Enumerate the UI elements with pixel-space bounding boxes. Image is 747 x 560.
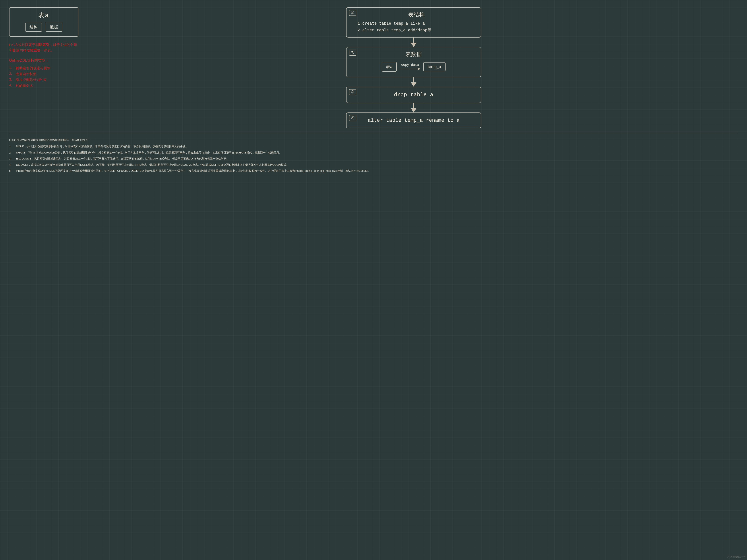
bottom-text-4: DEFAULT，该模式首先会判断当前操作是否可以使用NONE模式，若不能，则判断… bbox=[16, 162, 289, 167]
flow-box-3: ③ drop table a bbox=[346, 87, 481, 103]
bottom-num-2: 2. bbox=[9, 150, 14, 155]
flow-box-2-title: 表数据 bbox=[352, 51, 475, 58]
flow-box-3-num: ③ bbox=[349, 89, 356, 95]
bottom-num-3: 3. bbox=[9, 156, 14, 161]
list-text-4: 列的重命名 bbox=[16, 83, 33, 88]
flow-box-3-content: drop table a bbox=[352, 90, 475, 99]
fic-paragraph: FIC方式只限定于辅助索引，对于主键的创建和删除同样需要重建一张表。 bbox=[9, 42, 78, 53]
inner-box-right: temp_a bbox=[423, 62, 445, 71]
watermark: CSDN 博客红三千手 bbox=[727, 555, 745, 558]
arrow-down-3 bbox=[411, 108, 416, 112]
bottom-num-5: 5. bbox=[9, 168, 14, 173]
inner-box-left: 表a bbox=[382, 62, 397, 72]
list-item: 3. 添加或删除外键约束 bbox=[9, 78, 78, 82]
arrow-1-2 bbox=[411, 37, 416, 47]
horiz-head bbox=[418, 68, 420, 70]
flow-box-4-num: ④ bbox=[349, 115, 356, 121]
arrow-stem-2 bbox=[413, 77, 414, 82]
flow-box-1-num: ① bbox=[349, 10, 356, 16]
online-ddl-title: OnlineDDL支持的类型： bbox=[9, 58, 78, 63]
horiz-line bbox=[400, 69, 418, 69]
arrow-stem bbox=[413, 37, 414, 43]
list-item: 1. 辅助索引的创建与删除 bbox=[9, 66, 78, 71]
bottom-list-item-3: 3. EXCLUSIVE，执行索引创建或删除时，对目标表加上一个X锁。读写事务均… bbox=[9, 156, 738, 161]
right-panel: ① 表结构 1.create table temp_a like a 2.alt… bbox=[89, 7, 738, 128]
bottom-title: LOCK部分为索引创建或删除时对表添加锁的情况，可选择的如下： bbox=[9, 138, 738, 142]
arrow-down bbox=[411, 43, 416, 47]
bottom-text-3: EXCLUSIVE，执行索引创建或删除时，对目标表加上一个X锁。读写事务均不能进… bbox=[16, 156, 229, 161]
list-item: 2. 改变自增长值 bbox=[9, 72, 78, 76]
arrow-3-4 bbox=[411, 103, 416, 112]
bottom-section: LOCK部分为索引创建或删除时对表添加锁的情况，可选择的如下： 1. NONE，… bbox=[9, 134, 738, 173]
bottom-list-item-1: 1. NONE，执行索引创建或者删除操作时，对目标表不添加任何锁。即事务仍然可以… bbox=[9, 144, 738, 149]
copy-data-arrow: copy data bbox=[400, 63, 420, 70]
bottom-list-item-5: 5. innodb存储引擎实现Online DDL的原理是在执行创建或者删除操作… bbox=[9, 168, 738, 173]
bottom-text-1: NONE，执行索引创建或者删除操作时，对目标表不添加任何锁。即事务仍然可以进行读… bbox=[16, 144, 188, 149]
list-num-4: 4. bbox=[9, 83, 14, 88]
arrow-down-2 bbox=[411, 82, 416, 87]
data-button: 数据 bbox=[46, 23, 62, 32]
list-num-3: 3. bbox=[9, 78, 14, 82]
bottom-text-5: innodb存储引擎实现Online DDL的原理是在执行创建或者删除操作同时，… bbox=[16, 168, 370, 173]
flow-box-1-title: 表结构 bbox=[357, 11, 475, 19]
list-num-2: 2. bbox=[9, 72, 14, 76]
flow-box-2-inner: 表a copy data temp_a bbox=[352, 60, 475, 74]
flow-box-2-num: ② bbox=[349, 50, 356, 56]
list-text-3: 添加或删除外键约束 bbox=[16, 78, 47, 82]
bottom-num-1: 1. bbox=[9, 144, 14, 149]
horiz-arrow bbox=[400, 68, 420, 70]
list-item: 4. 列的重命名 bbox=[9, 83, 78, 88]
structure-button: 结构 bbox=[25, 23, 42, 32]
list-num-1: 1. bbox=[9, 66, 14, 71]
table-a-buttons: 结构 数据 bbox=[25, 23, 62, 32]
table-a-box: 表a 结构 数据 bbox=[9, 7, 78, 37]
bottom-num-4: 4. bbox=[9, 162, 14, 167]
arrow-2-3 bbox=[411, 77, 416, 87]
main-wrapper: 表a 结构 数据 FIC方式只限定于辅助索引，对于主键的创建和删除同样需要重建一… bbox=[9, 7, 738, 173]
bottom-text-2: SHARE，和Fast index Creation类似，执行索引创建或删除操作… bbox=[16, 150, 282, 155]
copy-data-label: copy data bbox=[401, 63, 419, 67]
table-a-title: 表a bbox=[38, 11, 49, 19]
flow-box-1: ① 表结构 1.create table temp_a like a 2.alt… bbox=[346, 7, 481, 37]
flow-box-1-line1: 1.create table temp_a like a bbox=[357, 20, 475, 27]
flow-box-2: ② 表数据 表a copy data temp_a bbox=[346, 47, 481, 77]
flow-box-1-line2: 2.alter table temp_a add/drop等 bbox=[357, 27, 475, 34]
list-text-2: 改变自增长值 bbox=[16, 72, 36, 76]
arrow-stem-3 bbox=[413, 103, 414, 108]
bottom-list: 1. NONE，执行索引创建或者删除操作时，对目标表不添加任何锁。即事务仍然可以… bbox=[9, 144, 738, 173]
list-text-1: 辅助索引的创建与删除 bbox=[16, 66, 50, 71]
flow-box-4-content: alter table temp_a rename to a bbox=[352, 116, 475, 125]
left-text-block: FIC方式只限定于辅助索引，对于主键的创建和删除同样需要重建一张表。 Onlin… bbox=[9, 42, 78, 88]
flow-box-1-code: 1.create table temp_a like a 2.alter tab… bbox=[357, 20, 475, 34]
flow-box-4: ④ alter table temp_a rename to a bbox=[346, 112, 481, 128]
bottom-list-item-4: 4. DEFAULT，该模式首先会判断当前操作是否可以使用NONE模式，若不能，… bbox=[9, 162, 738, 167]
top-section: 表a 结构 数据 FIC方式只限定于辅助索引，对于主键的创建和删除同样需要重建一… bbox=[9, 7, 738, 128]
left-panel: 表a 结构 数据 FIC方式只限定于辅助索引，对于主键的创建和删除同样需要重建一… bbox=[9, 7, 78, 88]
online-ddl-list: 1. 辅助索引的创建与删除 2. 改变自增长值 3. 添加或删除外键约束 4. … bbox=[9, 66, 78, 88]
bottom-list-item-2: 2. SHARE，和Fast index Creation类似，执行索引创建或删… bbox=[9, 150, 738, 155]
